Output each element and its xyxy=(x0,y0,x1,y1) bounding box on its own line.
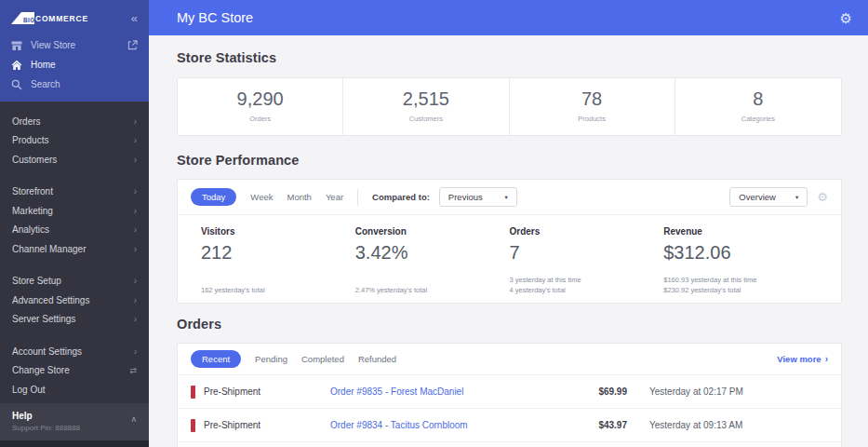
sidebar-section-gap xyxy=(0,329,149,342)
sidebar-item-label: View Store xyxy=(31,40,75,50)
metric-sublines: 3 yesterday at this time 4 yesterday's t… xyxy=(510,275,664,295)
metric-label: Conversion xyxy=(355,226,510,237)
table-row[interactable]: Pre-Shipment Order #9835 - Forest MacDan… xyxy=(178,374,841,408)
sidebar-item-label: Home xyxy=(31,60,56,70)
sidebar-item-customers[interactable]: Customers › xyxy=(0,150,149,169)
view-more-label: View more xyxy=(777,354,821,364)
order-timestamp: Yesterday at 02:17 PM xyxy=(627,386,828,397)
performance-toolbar: Today Week Month Year Compared to: Previ… xyxy=(178,180,841,215)
tab-year[interactable]: Year xyxy=(326,192,343,202)
metric-value: 3.42% xyxy=(355,242,510,264)
sidebar-item-advanced-settings[interactable]: Advanced Settings › xyxy=(0,291,149,310)
performance-gear-icon[interactable]: ⚙ xyxy=(817,190,828,204)
content-area: Store Statistics 9,290 Orders 2,515 Cust… xyxy=(149,35,868,447)
sidebar-item-search[interactable]: Search xyxy=(0,74,149,94)
sidebar-item-account-settings[interactable]: Account Settings › xyxy=(0,342,149,361)
metric-visitors: Visitors 212 162 yesterday's total xyxy=(201,226,355,295)
sidebar-item-channel-manager[interactable]: Channel Manager › xyxy=(0,239,149,259)
metric-line: $160.93 yesterday at this time xyxy=(663,275,818,285)
status-indicator-red xyxy=(191,419,195,432)
sidebar-item-storefront[interactable]: Storefront › xyxy=(0,183,149,202)
sidebar-item-view-store[interactable]: View Store xyxy=(0,35,149,55)
tab-pending[interactable]: Pending xyxy=(255,354,287,364)
stat-value: 78 xyxy=(510,88,674,110)
stat-products: 78 Products xyxy=(510,78,675,135)
tab-month[interactable]: Month xyxy=(287,192,311,202)
sidebar-bottom-strip xyxy=(0,440,149,447)
store-performance-heading: Store Performance xyxy=(177,153,842,168)
tab-recent[interactable]: Recent xyxy=(191,350,241,368)
order-link[interactable]: Order #9834 - Tacitus Cornbloom xyxy=(330,420,562,430)
sidebar-item-store-setup[interactable]: Store Setup › xyxy=(0,272,149,291)
metric-value: $312.06 xyxy=(663,242,818,264)
overview-value: Overview xyxy=(739,192,776,202)
sidebar-item-server-settings[interactable]: Server Settings › xyxy=(0,310,149,330)
stat-label: Products xyxy=(510,115,674,123)
chevron-right-icon: › xyxy=(134,224,137,235)
table-row[interactable]: Pre-Shipment Order #9834 - Tacitus Cornb… xyxy=(178,408,841,441)
metric-label: Orders xyxy=(510,226,664,237)
tab-week[interactable]: Week xyxy=(250,192,273,202)
top-header-bar: My BC Store ⚙ xyxy=(149,0,868,35)
stat-customers: 2,515 Customers xyxy=(343,78,509,135)
chevron-right-icon: › xyxy=(134,244,137,254)
sidebar-item-label: Account Settings xyxy=(12,346,82,357)
sidebar-item-label: Search xyxy=(31,79,60,89)
metric-line: 4 yesterday's total xyxy=(510,285,664,295)
logo-row: BIG COMMERCE « xyxy=(0,0,149,35)
stat-label: Customers xyxy=(343,115,508,123)
metric-label: Revenue xyxy=(663,226,818,237)
sidebar-item-label: Store Setup xyxy=(12,276,61,286)
swap-store-icon: ⇄ xyxy=(129,366,137,375)
metric-label: Visitors xyxy=(201,226,355,237)
view-more-link[interactable]: View more› xyxy=(777,354,828,364)
overview-select[interactable]: Overview ▾ xyxy=(729,187,808,207)
orders-card: Recent Pending Completed Refunded View m… xyxy=(177,343,842,447)
sidebar-item-label: Marketing xyxy=(12,206,53,216)
metric-sublines: $160.93 yesterday at this time $230.92 y… xyxy=(663,275,818,295)
table-row[interactable]: Completed Order #9833 - Robert Robertson… xyxy=(178,441,841,447)
sidebar-item-analytics[interactable]: Analytics › xyxy=(0,221,149,240)
chevron-right-icon: › xyxy=(134,155,137,165)
chevron-down-icon: ▾ xyxy=(505,194,508,201)
chevron-right-icon: › xyxy=(134,206,137,216)
sidebar-item-log-out[interactable]: Log Out xyxy=(0,380,149,400)
compared-to-value: Previous xyxy=(448,192,483,202)
sidebar-item-label: Change Store xyxy=(12,365,70,375)
sidebar-item-products[interactable]: Products › xyxy=(0,131,149,151)
compared-to-select[interactable]: Previous ▾ xyxy=(439,187,517,207)
support-pin: Support Pin: 888888 xyxy=(12,424,80,432)
search-icon xyxy=(11,79,22,90)
sidebar-section-gap xyxy=(0,259,149,272)
sidebar-item-orders[interactable]: Orders › xyxy=(0,112,149,131)
tab-refunded[interactable]: Refunded xyxy=(358,354,396,364)
sidebar-item-marketing[interactable]: Marketing › xyxy=(0,201,149,221)
logo-text-commerce: COMMERCE xyxy=(35,14,88,23)
metric-value: 212 xyxy=(201,242,355,264)
sidebar-item-label: Products xyxy=(12,135,48,145)
bigcommerce-logo[interactable]: BIG COMMERCE xyxy=(11,12,88,24)
metric-sublines: 162 yesterday's total xyxy=(201,275,355,295)
stat-value: 8 xyxy=(675,88,841,110)
order-status: Pre-Shipment xyxy=(191,386,330,399)
sidebar-item-label: Customers xyxy=(12,155,57,165)
stat-label: Orders xyxy=(178,115,342,123)
tab-completed[interactable]: Completed xyxy=(301,354,344,364)
sidebar-collapse-icon[interactable]: « xyxy=(131,12,138,24)
settings-gear-icon[interactable]: ⚙ xyxy=(840,11,852,25)
metric-line: $230.92 yesterday's total xyxy=(663,285,818,295)
tab-today[interactable]: Today xyxy=(191,188,236,206)
status-label: Pre-Shipment xyxy=(204,420,260,430)
sidebar-help-panel[interactable]: Help Support Pin: 888888 ∧ xyxy=(0,403,149,440)
sidebar-item-label: Advanced Settings xyxy=(12,295,89,305)
performance-toolbar-right: Overview ▾ ⚙ xyxy=(720,187,828,207)
store-statistics-heading: Store Statistics xyxy=(177,50,842,65)
sidebar: BIG COMMERCE « View Store Home Searc xyxy=(0,0,149,447)
help-label: Help xyxy=(12,411,80,421)
orders-heading: Orders xyxy=(177,317,842,332)
sidebar-item-home[interactable]: Home xyxy=(0,55,149,74)
sidebar-item-change-store[interactable]: Change Store ⇄ xyxy=(0,361,149,381)
chevron-right-icon: › xyxy=(134,276,137,286)
store-performance-card: Today Week Month Year Compared to: Previ… xyxy=(177,179,842,304)
order-link[interactable]: Order #9835 - Forest MacDaniel xyxy=(330,386,562,397)
